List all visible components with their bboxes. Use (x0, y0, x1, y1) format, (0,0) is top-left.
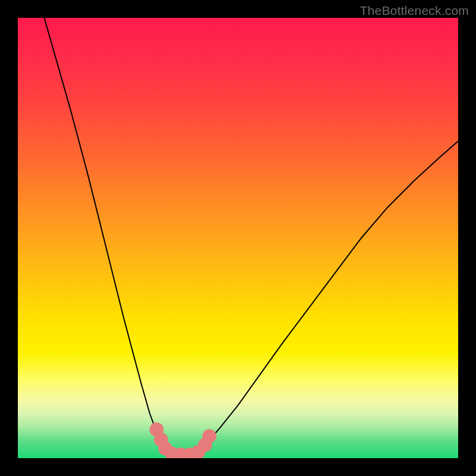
valley-markers (149, 422, 216, 458)
chart-frame: TheBottleneck.com (0, 0, 476, 476)
valley-marker-dot (202, 429, 217, 443)
curve-left-branch (44, 18, 170, 453)
plot-area (18, 18, 458, 458)
curve-svg (18, 18, 458, 458)
curve-right-branch (198, 141, 458, 453)
watermark-text: TheBottleneck.com (360, 4, 469, 18)
